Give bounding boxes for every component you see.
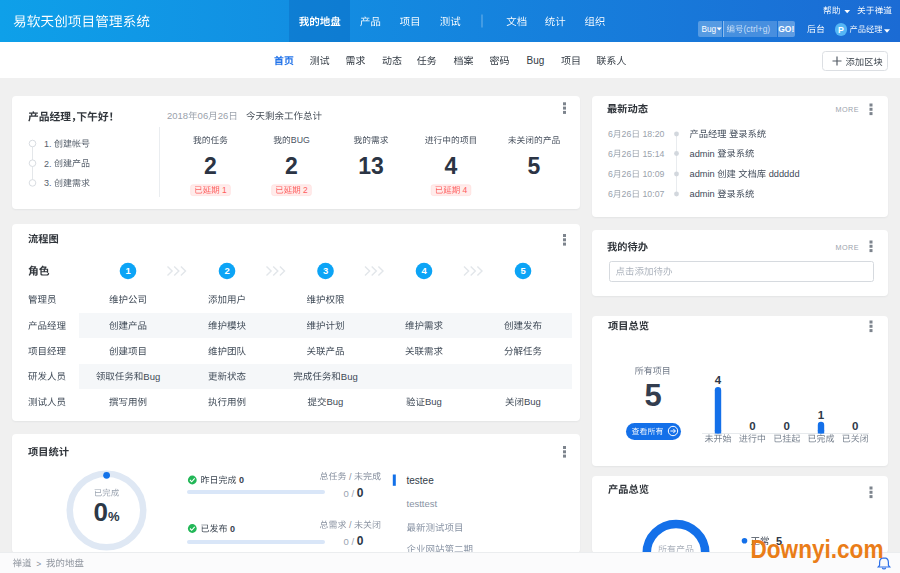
svg-text:2.: 2. bbox=[44, 159, 52, 169]
svg-text:1.: 1. bbox=[44, 139, 52, 149]
svg-text:2: 2 bbox=[303, 185, 308, 195]
svg-text:2: 2 bbox=[285, 153, 298, 179]
svg-text:P: P bbox=[838, 25, 844, 35]
svg-text:MORE: MORE bbox=[835, 243, 859, 252]
svg-text:0: 0 bbox=[749, 420, 755, 432]
svg-text:/: / bbox=[352, 536, 355, 547]
svg-text:6: 6 bbox=[608, 129, 613, 139]
svg-text:0: 0 bbox=[357, 486, 364, 500]
svg-text:0: 0 bbox=[344, 536, 349, 547]
svg-text:BUG: BUG bbox=[291, 135, 310, 145]
svg-text:MORE: MORE bbox=[835, 105, 859, 114]
svg-text:26: 26 bbox=[622, 129, 632, 139]
svg-text:2: 2 bbox=[224, 265, 229, 276]
svg-text:/: / bbox=[349, 472, 352, 482]
svg-text:0: 0 bbox=[784, 420, 790, 432]
svg-text:10:07: 10:07 bbox=[643, 189, 665, 199]
svg-text:admin: admin bbox=[690, 169, 715, 179]
svg-text:Bug: Bug bbox=[702, 25, 717, 34]
svg-text:06: 06 bbox=[198, 110, 209, 121]
svg-text:admin: admin bbox=[690, 189, 715, 199]
svg-text:13: 13 bbox=[358, 153, 384, 179]
svg-text:5: 5 bbox=[645, 378, 662, 413]
svg-text:4: 4 bbox=[445, 153, 458, 179]
svg-text:26: 26 bbox=[622, 169, 632, 179]
svg-text:>: > bbox=[36, 559, 41, 569]
svg-text:2018: 2018 bbox=[167, 110, 188, 121]
svg-text:6: 6 bbox=[608, 169, 613, 179]
svg-text:4: 4 bbox=[463, 185, 468, 195]
svg-text:3: 3 bbox=[323, 265, 328, 276]
svg-text:Bug: Bug bbox=[143, 371, 160, 382]
svg-text:26: 26 bbox=[218, 110, 229, 121]
svg-text:testtest: testtest bbox=[407, 498, 438, 509]
svg-text:0: 0 bbox=[852, 420, 858, 432]
svg-text:6: 6 bbox=[608, 149, 613, 159]
svg-text:4: 4 bbox=[715, 374, 722, 386]
svg-text:10:09: 10:09 bbox=[643, 169, 665, 179]
svg-text:5: 5 bbox=[528, 153, 541, 179]
svg-text:testee: testee bbox=[407, 475, 435, 486]
svg-text:0: 0 bbox=[94, 497, 108, 527]
svg-text:admin: admin bbox=[690, 149, 715, 159]
svg-text:(ctrl+g): (ctrl+g) bbox=[744, 24, 771, 34]
svg-text:0: 0 bbox=[344, 488, 349, 499]
svg-text:26: 26 bbox=[622, 189, 632, 199]
svg-text:/: / bbox=[352, 488, 355, 499]
svg-text:/: / bbox=[349, 520, 352, 530]
svg-text:1: 1 bbox=[818, 409, 825, 421]
svg-text:26: 26 bbox=[622, 149, 632, 159]
svg-text:15:14: 15:14 bbox=[643, 149, 665, 159]
svg-text:Bug: Bug bbox=[341, 371, 358, 382]
svg-text:dddddd: dddddd bbox=[769, 169, 800, 179]
svg-text:Bug: Bug bbox=[327, 396, 344, 407]
svg-text:6: 6 bbox=[608, 189, 613, 199]
svg-text:1: 1 bbox=[125, 265, 131, 276]
svg-text:Downyi.com: Downyi.com bbox=[751, 535, 884, 563]
svg-text:Bug: Bug bbox=[527, 55, 545, 66]
svg-text:0: 0 bbox=[230, 524, 235, 534]
svg-text:3.: 3. bbox=[44, 178, 52, 188]
svg-text:4: 4 bbox=[421, 265, 427, 276]
svg-text:GO!: GO! bbox=[778, 24, 794, 34]
svg-text:Bug: Bug bbox=[524, 396, 541, 407]
svg-text:2: 2 bbox=[204, 153, 217, 179]
svg-text:1: 1 bbox=[222, 185, 227, 195]
svg-text:18:20: 18:20 bbox=[643, 129, 665, 139]
svg-text:0: 0 bbox=[239, 475, 244, 485]
svg-text:0: 0 bbox=[357, 534, 364, 548]
svg-text:%: % bbox=[108, 509, 120, 524]
svg-text:5: 5 bbox=[520, 265, 526, 276]
svg-text:Bug: Bug bbox=[425, 396, 442, 407]
